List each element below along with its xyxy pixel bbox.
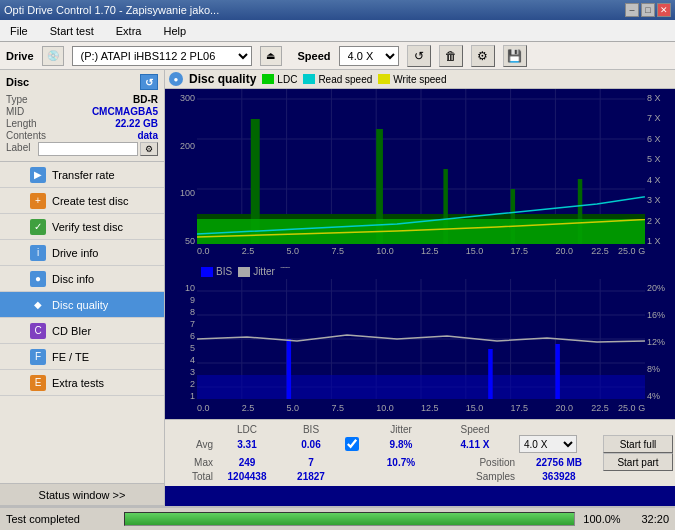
top-chart-svg: 0.0 2.5 5.0 7.5 10.0 12.5 15.0 17.5 20.0…	[197, 89, 645, 264]
drive-bar: Drive 💿 (P:) ATAPI iHBS112 2 PL06 ⏏ Spee…	[0, 42, 675, 70]
legend-read-speed: Read speed	[303, 74, 372, 85]
svg-rect-46	[287, 339, 291, 399]
svg-text:0.0: 0.0	[197, 246, 210, 256]
nav-drive-info[interactable]: i Drive info	[0, 240, 164, 266]
nav-disc-info[interactable]: ● Disc info	[0, 266, 164, 292]
nav-fe-te[interactable]: F FE / TE	[0, 344, 164, 370]
nav-buttons: ▶ Transfer rate + Create test disc ✓ Ver…	[0, 162, 164, 396]
drive-select[interactable]: (P:) ATAPI iHBS112 2 PL06	[72, 46, 252, 66]
nav-extra-tests[interactable]: E Extra tests	[0, 370, 164, 396]
fe-te-icon: F	[30, 349, 46, 365]
bottom-y-axis: 10 9 8 7 6 5 4 3 2 1	[165, 279, 197, 419]
minimize-button[interactable]: –	[625, 3, 639, 17]
disc-label-input[interactable]	[38, 142, 138, 156]
menu-file[interactable]: File	[4, 23, 34, 39]
jitter-header: Jitter	[371, 424, 431, 435]
progress-time: 32:20	[629, 513, 669, 525]
svg-text:2.5: 2.5	[242, 403, 255, 413]
nav-transfer-rate[interactable]: ▶ Transfer rate	[0, 162, 164, 188]
svg-text:20.0: 20.0	[555, 403, 573, 413]
menu-help[interactable]: Help	[157, 23, 192, 39]
bottom-chart-svg: 0.0 2.5 5.0 7.5 10.0 12.5 15.0 17.5 20.0…	[197, 279, 645, 419]
disc-refresh-button[interactable]: ↺	[140, 74, 158, 90]
progress-percent: 100.0%	[583, 513, 621, 525]
top-right-axis: 8 X 7 X 6 X 5 X 4 X 3 X 2 X 1 X	[645, 89, 675, 264]
speed-select-stats[interactable]: 4.0 X	[519, 435, 577, 453]
disc-quality-icon: ◆	[30, 297, 46, 313]
svg-text:2.5: 2.5	[242, 246, 255, 256]
nav-disc-quality[interactable]: ◆ Disc quality	[0, 292, 164, 318]
speed-label: Speed	[298, 50, 331, 62]
svg-text:20.0: 20.0	[555, 246, 573, 256]
max-jitter: 10.7%	[371, 457, 431, 468]
disc-header: Disc ↺	[6, 74, 158, 90]
bis-header: BIS	[281, 424, 341, 435]
options-button[interactable]: ⚙	[471, 45, 495, 67]
speed-header: Speed	[435, 424, 515, 435]
cd-bier-icon: C	[30, 323, 46, 339]
menu-start-test[interactable]: Start test	[44, 23, 100, 39]
nav-verify-test-disc[interactable]: ✓ Verify test disc	[0, 214, 164, 240]
close-button[interactable]: ✕	[657, 3, 671, 17]
legend-write-speed-color	[378, 74, 390, 84]
legend-jitter-color	[238, 267, 250, 277]
start-part-button[interactable]: Start part	[603, 453, 673, 471]
max-bis: 7	[281, 457, 341, 468]
status-window-button[interactable]: Status window >>	[0, 484, 164, 506]
refresh-button[interactable]: ↺	[407, 45, 431, 67]
avg-bis: 0.06	[281, 439, 341, 450]
stats-bar: LDC BIS Jitter Speed Avg 3.31 0.06 9.8% …	[165, 419, 675, 486]
legend-jitter: Jitter	[238, 266, 275, 277]
save-button[interactable]: 💾	[503, 45, 527, 67]
avg-jitter: 9.8%	[371, 439, 431, 450]
ldc-header: LDC	[217, 424, 277, 435]
svg-text:15.0: 15.0	[466, 246, 484, 256]
svg-text:7.5: 7.5	[331, 403, 344, 413]
start-full-button[interactable]: Start full	[603, 435, 673, 453]
bottom-right-axis: 20% 16% 12% 8% 4%	[645, 279, 675, 419]
eject-button[interactable]: ⏏	[260, 46, 282, 66]
right-panel: ● Disc quality LDC Read speed Write spee…	[165, 70, 675, 506]
progress-bar	[124, 512, 575, 526]
svg-text:12.5: 12.5	[421, 246, 439, 256]
nav-create-test-disc[interactable]: + Create test disc	[0, 188, 164, 214]
disc-length-row: Length 22.22 GB	[6, 118, 158, 129]
speed-select[interactable]: 4.0 X	[339, 46, 399, 66]
drive-icon: 💿	[42, 46, 64, 66]
disc-info-section: Disc ↺ Type BD-R MID CMCMAGBA5 Length 22…	[0, 70, 164, 162]
disc-label-row: Label ⚙	[6, 142, 158, 156]
samples-label: Samples	[435, 471, 515, 482]
menu-extra[interactable]: Extra	[110, 23, 148, 39]
erase-button[interactable]: 🗑	[439, 45, 463, 67]
nav-cd-bier[interactable]: C CD BIer	[0, 318, 164, 344]
maximize-button[interactable]: □	[641, 3, 655, 17]
position-label: Position	[435, 457, 515, 468]
jitter-checkbox[interactable]	[345, 437, 359, 451]
total-label: Total	[173, 471, 213, 482]
progress-fill	[125, 513, 574, 525]
top-y-axis: 300 200 100 50	[165, 89, 197, 264]
svg-text:5.0: 5.0	[287, 403, 300, 413]
svg-text:25.0 GB: 25.0 GB	[618, 403, 645, 413]
svg-text:0.0: 0.0	[197, 403, 210, 413]
bottom-chart-legend-bar: BIS Jitter ‾‾‾	[165, 264, 675, 279]
total-ldc: 1204438	[217, 471, 277, 482]
svg-text:25.0 GB: 25.0 GB	[618, 246, 645, 256]
svg-rect-47	[488, 349, 492, 399]
drive-label: Drive	[6, 50, 34, 62]
status-text: Test completed	[6, 513, 116, 525]
window-controls: – □ ✕	[625, 3, 671, 17]
max-label: Max	[173, 457, 213, 468]
top-chart-container: 300 200 100 50	[165, 89, 675, 264]
bottom-chart-container: 10 9 8 7 6 5 4 3 2 1	[165, 279, 675, 419]
svg-text:15.0: 15.0	[466, 403, 484, 413]
chart-title-bar: ● Disc quality LDC Read speed Write spee…	[165, 70, 675, 89]
disc-type-row: Type BD-R	[6, 94, 158, 105]
main-area: Disc ↺ Type BD-R MID CMCMAGBA5 Length 22…	[0, 70, 675, 506]
progress-bar-area: Test completed 100.0% 32:20	[0, 506, 675, 530]
chart-icon: ●	[169, 72, 183, 86]
disc-label-button[interactable]: ⚙	[140, 142, 158, 156]
avg-speed-val: 4.11 X	[435, 439, 515, 450]
svg-rect-48	[555, 344, 559, 399]
svg-text:7.5: 7.5	[331, 246, 344, 256]
